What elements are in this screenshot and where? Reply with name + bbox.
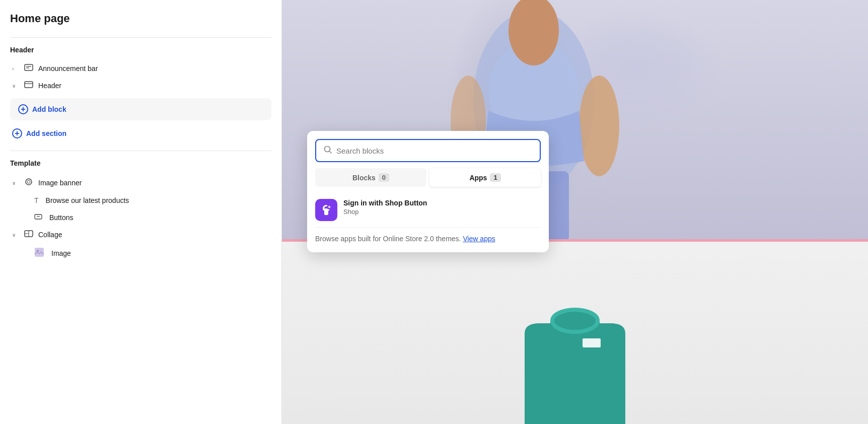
browse-latest-label: Browse our latest products: [46, 196, 129, 204]
tab-apps-label: Apps: [469, 174, 487, 182]
tab-blocks-label: Blocks: [352, 174, 376, 182]
shirt-illustration: [499, 283, 650, 424]
sidebar-item-buttons[interactable]: Buttons: [10, 208, 271, 226]
tabs-row: Blocks 0 Apps 1: [315, 168, 541, 187]
buttons-label: Buttons: [49, 214, 73, 222]
app-item-shop[interactable]: Sign in with Shop Button Shop: [315, 195, 541, 228]
svg-rect-3: [25, 82, 33, 88]
svg-rect-12: [35, 248, 44, 257]
svg-point-16: [579, 76, 619, 176]
sidebar-item-browse-latest[interactable]: T Browse our latest products: [10, 192, 271, 208]
svg-point-6: [27, 180, 30, 183]
view-apps-link[interactable]: View apps: [463, 235, 495, 243]
tab-apps[interactable]: Apps 1: [429, 168, 541, 187]
svg-point-13: [37, 250, 39, 252]
app-subtitle: Shop: [343, 208, 541, 216]
sidebar-item-header[interactable]: ∨ Header: [10, 77, 271, 94]
svg-rect-21: [583, 338, 601, 347]
sidebar-item-image-banner[interactable]: ∨ Image banner: [10, 173, 271, 192]
divider-2: [10, 151, 271, 151]
app-icon-shop: [315, 199, 337, 221]
tab-apps-badge: 1: [490, 173, 500, 182]
plus-circle-section-icon: +: [12, 128, 22, 138]
text-icon: T: [34, 196, 39, 204]
add-block-button[interactable]: + Add block: [10, 98, 271, 120]
collage-label: Collage: [38, 231, 62, 239]
sidebar-item-announcement-bar[interactable]: › Announcement bar: [10, 60, 271, 77]
image-banner-label: Image banner: [38, 179, 82, 187]
sidebar-item-image[interactable]: Image: [10, 243, 271, 263]
search-blocks-input[interactable]: [336, 147, 533, 155]
tab-blocks-badge: 0: [379, 173, 389, 182]
search-box[interactable]: [315, 139, 541, 162]
store-preview: Blocks 0 Apps 1: [282, 0, 868, 424]
add-section-button[interactable]: + Add section: [10, 124, 68, 143]
canvas: Blocks 0 Apps 1: [282, 0, 868, 424]
svg-point-5: [26, 179, 32, 185]
collage-chevron-icon: ∨: [12, 232, 19, 238]
tab-blocks[interactable]: Blocks 0: [315, 168, 426, 187]
collage-icon: [24, 230, 33, 239]
header-label: Header: [38, 82, 61, 90]
svg-line-23: [330, 152, 332, 154]
announcement-bar-icon: [24, 64, 33, 73]
svg-point-22: [325, 147, 330, 152]
header-icon: [24, 81, 33, 90]
button-icon: [34, 213, 42, 222]
sidebar: Home page Header › Announcement bar ∨ He…: [0, 0, 282, 424]
search-blocks-popup: Blocks 0 Apps 1: [307, 131, 549, 252]
sidebar-item-collage[interactable]: ∨ Collage: [10, 226, 271, 243]
image-banner-icon: [24, 177, 33, 188]
browse-apps-text: Browse apps built for Online Store 2.0 t…: [315, 234, 541, 244]
chevron-down-icon: ∨: [12, 83, 19, 89]
app-title: Sign in with Shop Button: [343, 199, 541, 207]
image-banner-chevron-icon: ∨: [12, 180, 19, 186]
search-icon: [323, 145, 332, 156]
add-block-label: Add block: [32, 105, 66, 113]
header-section-title: Header: [10, 46, 271, 54]
image-thumb-icon: [34, 247, 44, 259]
image-label: Image: [51, 249, 71, 257]
announcement-bar-label: Announcement bar: [38, 64, 98, 73]
chevron-right-icon: ›: [12, 66, 19, 72]
svg-rect-0: [25, 64, 33, 70]
plus-circle-icon: +: [18, 104, 28, 114]
page-title: Home page: [10, 12, 271, 25]
template-section-title: Template: [10, 159, 271, 167]
add-section-label: Add section: [26, 129, 66, 137]
preview-bottom-section: [282, 242, 868, 424]
app-info-shop: Sign in with Shop Button Shop: [343, 199, 541, 216]
divider-1: [10, 37, 271, 38]
